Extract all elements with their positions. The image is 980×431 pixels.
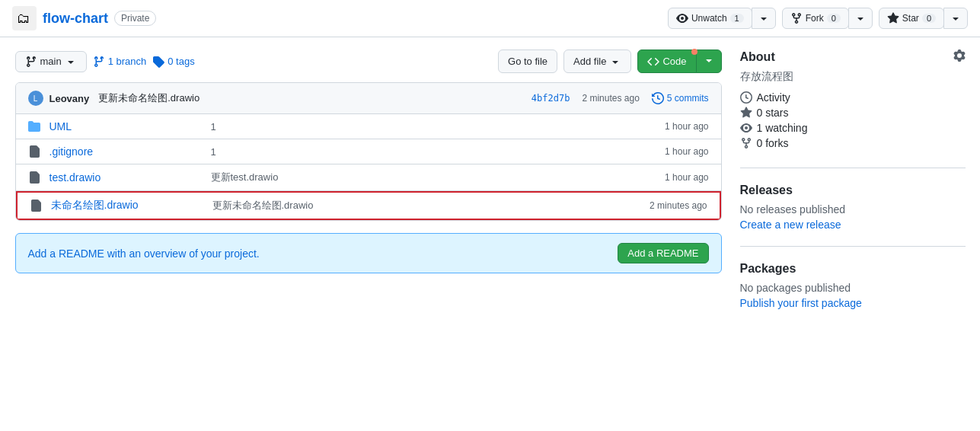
stars-stat[interactable]: 0 stars (740, 107, 966, 119)
file-time-test: 1 hour ago (665, 172, 708, 183)
settings-icon[interactable] (953, 49, 966, 64)
file-row-test-drawio: test.drawio 更新test.drawio 1 hour ago (16, 164, 721, 191)
chevron-down-icon-add (609, 56, 621, 68)
chevron-down-icon-star (950, 12, 962, 24)
commits-count: 5 commits (667, 93, 709, 104)
commit-avatar: L (28, 91, 43, 106)
svg-text:🗂: 🗂 (17, 11, 30, 26)
commit-history-link[interactable]: 5 commits (652, 92, 709, 104)
branch-count-icon (93, 56, 105, 68)
repo-logo: 🗂 (12, 6, 37, 30)
file-row-uml: UML 1 1 hour ago (16, 114, 721, 139)
activity-icon (740, 91, 752, 104)
publish-package-link[interactable]: Publish your first package (740, 297, 862, 309)
about-description: 存放流程图 (740, 70, 966, 84)
code-dropdown[interactable] (696, 49, 722, 73)
chevron-down-icon (758, 12, 770, 24)
tag-icon (152, 56, 164, 68)
no-releases-text: No releases published (740, 203, 966, 216)
no-packages-text: No packages published (740, 282, 966, 294)
file-name-uml[interactable]: UML (49, 120, 202, 132)
code-button[interactable]: Code (637, 49, 696, 73)
code-icon (647, 56, 659, 68)
star-count: 0 (922, 14, 936, 23)
star-dropdown[interactable] (943, 8, 968, 29)
file-row-gitignore: .gitignore 1 1 hour ago (16, 139, 721, 164)
activity-label: Activity (757, 91, 790, 104)
branches-link[interactable]: 1 branch (93, 56, 147, 68)
file-commit-unnamed: 更新未命名绘图.drawio (212, 199, 641, 212)
add-readme-button[interactable]: Add a README (618, 243, 708, 263)
branch-name: main (40, 56, 62, 67)
history-icon (652, 92, 664, 104)
commit-header: L Leovany 更新未命名绘图.drawio 4bf2d7b 2 minut… (16, 83, 721, 114)
fork-dropdown[interactable] (848, 8, 873, 29)
file-time-uml: 1 hour ago (665, 121, 708, 132)
about-section: About 存放流程图 Activity 0 stars (740, 49, 966, 168)
eye-stat-icon (740, 122, 752, 134)
file-time-unnamed: 2 minutes ago (650, 200, 707, 211)
unwatch-dropdown[interactable] (752, 8, 776, 29)
file-table: L Leovany 更新未命名绘图.drawio 4bf2d7b 2 minut… (15, 82, 722, 221)
file-name-gitignore[interactable]: .gitignore (49, 145, 202, 158)
fork-icon (790, 12, 803, 24)
repo-sidebar: About 存放流程图 Activity 0 stars (740, 49, 966, 340)
star-stat-icon (740, 107, 752, 119)
chevron-down-icon-branch (65, 56, 77, 68)
create-release-link[interactable]: Create a new release (740, 219, 841, 231)
file-commit-uml: 1 (211, 121, 656, 132)
watching-count-label: 1 watching (757, 122, 808, 134)
file-name-unnamed[interactable]: 未命名绘图.drawio (51, 199, 203, 212)
forks-count-label: 0 forks (757, 137, 789, 149)
releases-section: Releases No releases published Create a … (740, 184, 966, 247)
star-icon (887, 12, 899, 24)
add-file-button[interactable]: Add file (563, 49, 631, 73)
fork-count: 0 (827, 14, 841, 23)
star-button[interactable]: Star 0 (879, 8, 944, 29)
commit-hash[interactable]: 4bf2d7b (531, 93, 570, 104)
branches-count-text: 1 branch (108, 56, 147, 67)
unwatch-count: 1 (730, 14, 744, 23)
file-time-gitignore: 1 hour ago (665, 146, 708, 157)
commit-message: 更新未命名绘图.drawio (98, 91, 200, 105)
repo-name[interactable]: flow-chart (43, 11, 108, 27)
eye-icon (676, 12, 688, 24)
file-commit-gitignore: 1 (211, 146, 656, 158)
unwatch-button[interactable]: Unwatch 1 (668, 8, 752, 29)
chevron-down-icon-fork (854, 12, 867, 24)
commit-time: 2 minutes ago (582, 93, 639, 104)
tags-count-text: 0 tags (168, 56, 194, 67)
unwatch-label: Unwatch (691, 13, 727, 24)
fork-label: Fork (806, 13, 824, 24)
stars-count-label: 0 stars (757, 107, 789, 119)
fork-button[interactable]: Fork 0 (782, 8, 849, 29)
tags-link[interactable]: 0 tags (152, 56, 194, 68)
folder-icon (28, 120, 40, 132)
file-icon-test (28, 171, 40, 184)
file-commit-test: 更新test.drawio (211, 171, 656, 184)
watching-stat[interactable]: 1 watching (740, 122, 966, 134)
star-label: Star (902, 13, 919, 24)
file-name-test[interactable]: test.drawio (49, 171, 202, 184)
activity-stat[interactable]: Activity (740, 91, 966, 104)
readme-banner-text: Add a README with an overview of your pr… (28, 247, 618, 260)
readme-banner: Add a README with an overview of your pr… (15, 233, 722, 273)
releases-title: Releases (740, 184, 793, 197)
fork-stat-icon (740, 137, 752, 149)
go-to-file-button[interactable]: Go to file (498, 49, 557, 73)
private-badge: Private (114, 11, 156, 26)
file-row-unnamed: 未命名绘图.drawio 更新未命名绘图.drawio 2 minutes ag… (16, 191, 721, 220)
file-icon-gitignore (28, 145, 40, 158)
branch-icon (25, 56, 37, 68)
commit-author[interactable]: Leovany (49, 93, 90, 104)
branch-selector[interactable]: main (15, 51, 87, 72)
packages-title: Packages (740, 262, 796, 276)
packages-section: Packages No packages published Publish y… (740, 262, 966, 324)
forks-stat[interactable]: 0 forks (740, 137, 966, 149)
code-label: Code (662, 56, 686, 67)
chevron-down-icon-code (703, 54, 715, 66)
file-icon-unnamed (30, 200, 42, 212)
about-title: About (740, 50, 775, 64)
